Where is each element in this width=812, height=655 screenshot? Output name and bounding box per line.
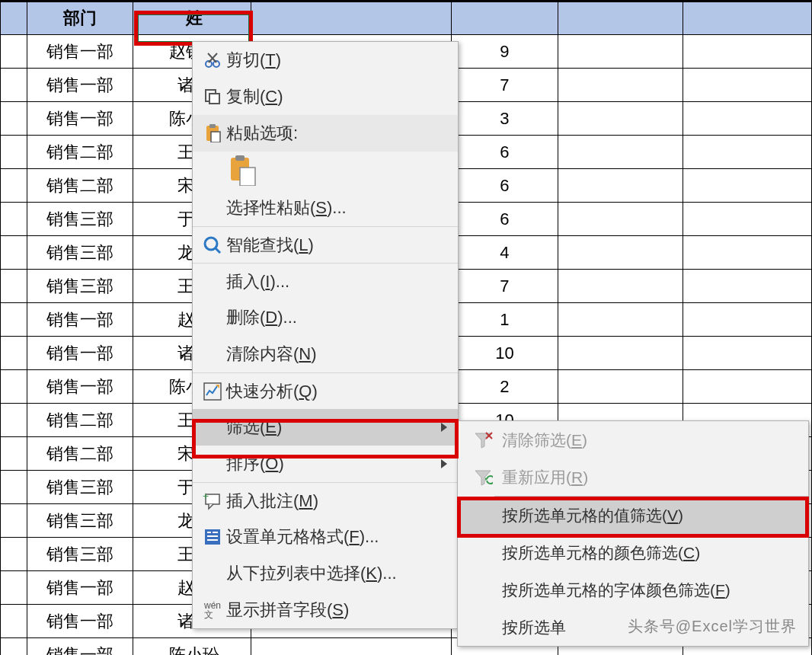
row-gutter[interactable] [1, 605, 27, 638]
cell-qty[interactable]: 3 [452, 102, 558, 136]
header-dept[interactable]: 部门 [27, 2, 133, 35]
menu-sort[interactable]: 排序(O) [193, 446, 458, 482]
cell-dept[interactable]: 销售一部 [27, 571, 133, 605]
row-gutter[interactable] [1, 538, 27, 571]
cell-qty[interactable]: 6 [452, 169, 558, 203]
menu-cut[interactable]: 剪切(T) [193, 42, 458, 78]
row-gutter[interactable] [1, 303, 27, 337]
cell-dept[interactable]: 销售一部 [27, 35, 133, 69]
row-gutter[interactable] [1, 236, 27, 270]
cell-empty[interactable] [683, 236, 811, 270]
cell-dept[interactable]: 销售二部 [27, 404, 133, 437]
cell-qty[interactable]: 2 [452, 370, 558, 404]
cell-empty[interactable] [683, 337, 811, 370]
cell-empty[interactable] [558, 303, 683, 337]
cell-dept[interactable]: 销售三部 [27, 270, 133, 303]
sub-filter-value[interactable]: 按所选单元格的值筛选(V) [458, 497, 808, 534]
menu-pick-list[interactable]: 从下拉列表中选择(K)... [193, 555, 458, 592]
menu-show-pinyin[interactable]: wén文 显示拼音字段(S) [193, 592, 458, 628]
header-blank[interactable] [1, 2, 27, 35]
cell-dept[interactable]: 销售三部 [27, 236, 133, 270]
row-gutter[interactable] [1, 102, 27, 136]
cell-dept[interactable]: 销售二部 [27, 437, 133, 471]
cell-dept[interactable]: 销售一部 [27, 337, 133, 370]
sub-filter-color[interactable]: 按所选单元格的颜色筛选(C) [458, 534, 808, 571]
cell-empty[interactable] [558, 35, 683, 69]
cell-qty[interactable]: 7 [452, 69, 558, 102]
row-gutter[interactable] [1, 136, 27, 169]
cell-empty[interactable] [683, 136, 811, 169]
cell-product[interactable] [251, 638, 452, 656]
cell-dept[interactable]: 销售一部 [27, 303, 133, 337]
menu-format-cells[interactable]: 设置单元格格式(F)... [193, 519, 458, 555]
cell-empty[interactable] [683, 203, 811, 236]
cell-empty[interactable] [683, 169, 811, 203]
header-qty[interactable] [452, 2, 558, 35]
row-gutter[interactable] [1, 35, 27, 69]
cell-qty[interactable]: 7 [452, 270, 558, 303]
row-gutter[interactable] [1, 203, 27, 236]
header-product[interactable] [251, 2, 452, 35]
cell-empty[interactable] [683, 303, 811, 337]
menu-filter[interactable]: 筛选(E) [193, 409, 458, 446]
menu-clear[interactable]: 清除内容(N) [193, 336, 458, 372]
cell-empty[interactable] [558, 270, 683, 303]
row-gutter[interactable] [1, 437, 27, 471]
cell-name[interactable]: 陈小玢 [133, 638, 251, 656]
menu-delete[interactable]: 删除(D)... [193, 299, 458, 336]
cell-dept[interactable]: 销售二部 [27, 136, 133, 169]
cell-empty[interactable] [558, 370, 683, 404]
row-gutter[interactable] [1, 370, 27, 404]
cell-empty[interactable] [683, 69, 811, 102]
cell-empty[interactable] [558, 102, 683, 136]
row-gutter[interactable] [1, 504, 27, 538]
cell-qty[interactable]: 1 [452, 303, 558, 337]
cell-qty[interactable]: 4 [452, 236, 558, 270]
cell-dept[interactable]: 销售一部 [27, 605, 133, 638]
cell-empty[interactable] [683, 35, 811, 69]
sub-filter-font-color[interactable]: 按所选单元格的字体颜色筛选(F) [458, 571, 808, 609]
paste-default-icon[interactable] [229, 155, 257, 186]
cell-qty[interactable]: 6 [452, 136, 558, 169]
cell-qty[interactable]: 10 [452, 337, 558, 370]
menu-insert[interactable]: 插入(I)... [193, 263, 458, 299]
cell-dept[interactable]: 销售一部 [27, 638, 133, 656]
cell-dept[interactable]: 销售三部 [27, 203, 133, 236]
menu-copy[interactable]: 复制(C) [193, 78, 458, 115]
row-gutter[interactable] [1, 169, 27, 203]
cell-dept[interactable]: 销售三部 [27, 471, 133, 504]
row-gutter[interactable] [1, 638, 27, 656]
cell-empty[interactable] [558, 236, 683, 270]
menu-paste-special[interactable]: 选择性粘贴(S)... [193, 190, 458, 226]
menu-insert-comment[interactable]: + 插入批注(M) [193, 482, 458, 519]
header-extra2[interactable] [683, 2, 811, 35]
row-gutter[interactable] [1, 471, 27, 504]
cell-empty[interactable] [683, 102, 811, 136]
cell-dept[interactable]: 销售三部 [27, 504, 133, 538]
cell-dept[interactable]: 销售二部 [27, 169, 133, 203]
cell-empty[interactable] [683, 370, 811, 404]
row-gutter[interactable] [1, 404, 27, 437]
cell-qty[interactable]: 9 [452, 35, 558, 69]
row-gutter[interactable] [1, 337, 27, 370]
menu-smart-lookup[interactable]: 智能查找(L) [193, 226, 458, 263]
cell-empty[interactable] [558, 203, 683, 236]
cell-dept[interactable]: 销售一部 [27, 69, 133, 102]
menu-paste-options: 粘贴选项: [193, 115, 458, 152]
cell-empty[interactable] [558, 337, 683, 370]
row-gutter[interactable] [1, 571, 27, 605]
row-gutter[interactable] [1, 270, 27, 303]
header-extra1[interactable] [558, 2, 683, 35]
cell-empty[interactable] [558, 169, 683, 203]
cell-empty[interactable] [558, 136, 683, 169]
cell-qty[interactable]: 6 [452, 203, 558, 236]
cell-dept[interactable]: 销售一部 [27, 102, 133, 136]
header-row: 部门 姓 [1, 2, 812, 35]
menu-quick-analysis[interactable]: 快速分析(Q) [193, 372, 458, 409]
header-name[interactable]: 姓 [133, 2, 251, 35]
cell-empty[interactable] [683, 270, 811, 303]
cell-dept[interactable]: 销售一部 [27, 370, 133, 404]
cell-empty[interactable] [558, 69, 683, 102]
row-gutter[interactable] [1, 69, 27, 102]
cell-dept[interactable]: 销售三部 [27, 538, 133, 571]
